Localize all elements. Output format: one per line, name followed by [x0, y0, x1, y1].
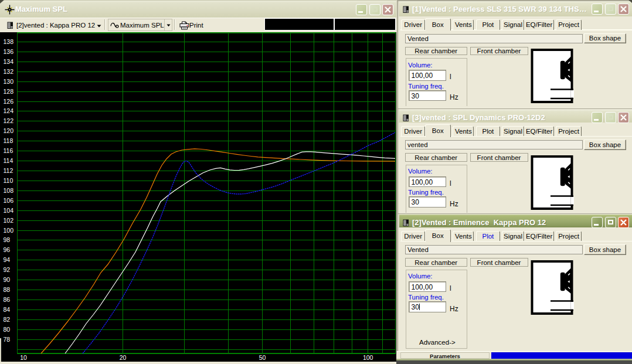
svg-text:120: 120: [4, 127, 14, 134]
svg-text:82: 82: [4, 316, 11, 323]
svg-text:86: 86: [4, 296, 11, 303]
svg-text:20: 20: [120, 354, 127, 361]
svg-text:96: 96: [4, 246, 11, 253]
svg-text:92: 92: [4, 266, 11, 273]
svg-text:122: 122: [4, 117, 14, 124]
svg-text:136: 136: [4, 48, 14, 55]
svg-text:78: 78: [4, 336, 11, 343]
svg-text:126: 126: [4, 98, 14, 105]
svg-text:130: 130: [4, 78, 14, 85]
svg-text:100: 100: [363, 354, 373, 361]
svg-text:102: 102: [4, 217, 14, 224]
svg-text:132: 132: [4, 68, 14, 75]
svg-text:94: 94: [4, 256, 11, 263]
svg-text:88: 88: [4, 286, 11, 293]
svg-text:112: 112: [4, 167, 13, 174]
svg-text:116: 116: [4, 147, 13, 154]
svg-text:128: 128: [4, 88, 14, 95]
svg-text:108: 108: [4, 187, 14, 194]
svg-text:84: 84: [4, 306, 11, 313]
svg-text:138: 138: [4, 38, 14, 45]
svg-text:10: 10: [20, 354, 27, 361]
svg-text:124: 124: [4, 107, 14, 114]
svg-text:106: 106: [4, 197, 14, 204]
svg-text:104: 104: [4, 207, 14, 214]
svg-text:118: 118: [4, 137, 13, 144]
svg-text:98: 98: [4, 236, 11, 243]
svg-text:50: 50: [259, 354, 266, 361]
svg-text:90: 90: [4, 276, 11, 283]
svg-text:100: 100: [4, 227, 14, 234]
svg-text:80: 80: [4, 326, 11, 333]
svg-text:114: 114: [4, 157, 13, 164]
svg-text:110: 110: [4, 177, 13, 184]
svg-text:134: 134: [4, 58, 14, 65]
